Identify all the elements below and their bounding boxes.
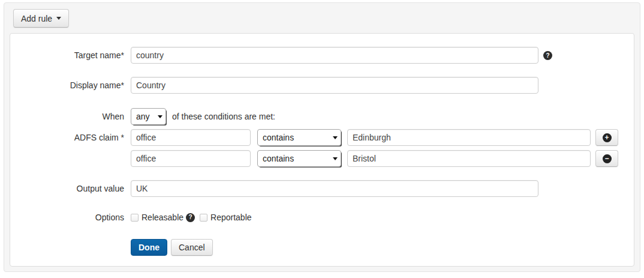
- help-icon[interactable]: ?: [543, 51, 552, 60]
- rule-editor-panel: Target name* ? Display name* When any of…: [10, 33, 634, 267]
- operator-select[interactable]: contains: [257, 129, 341, 146]
- when-label: When: [10, 108, 124, 125]
- cancel-button[interactable]: Cancel: [171, 239, 213, 256]
- operator-select-value: contains: [263, 133, 294, 142]
- when-select[interactable]: any: [131, 108, 166, 125]
- add-condition-button[interactable]: +: [595, 129, 618, 146]
- rules-well: Add rule Target name* ? Display name* Wh…: [4, 2, 640, 272]
- releasable-label: Releasable: [142, 211, 183, 223]
- done-button[interactable]: Done: [131, 239, 167, 256]
- releasable-checkbox[interactable]: [131, 214, 139, 222]
- target-name-label: Target name*: [10, 47, 124, 64]
- claim-name-input[interactable]: [131, 129, 251, 146]
- output-value-input[interactable]: [131, 180, 538, 197]
- releasable-option: Releasable ?: [131, 211, 195, 223]
- target-name-row: Target name* ?: [10, 47, 634, 64]
- when-select-value: any: [136, 112, 150, 121]
- add-rule-label: Add rule: [21, 14, 52, 23]
- plus-circle-icon: +: [603, 133, 612, 142]
- operator-select-value: contains: [263, 154, 294, 163]
- select-caret-icon: [158, 115, 162, 118]
- options-row: Options Releasable ? Reportable: [10, 211, 634, 223]
- adfs-claim-row: contains −: [10, 150, 634, 167]
- options-label: Options: [10, 211, 124, 223]
- output-value-row: Output value: [10, 180, 634, 197]
- select-caret-icon: [333, 157, 338, 160]
- minus-circle-icon: −: [603, 154, 612, 163]
- help-icon[interactable]: ?: [186, 213, 195, 222]
- caret-down-icon: [56, 17, 61, 20]
- remove-condition-button[interactable]: −: [595, 150, 618, 167]
- reportable-checkbox[interactable]: [200, 214, 207, 222]
- reportable-label: Reportable: [210, 211, 252, 223]
- when-suffix-text: of these conditions are met:: [172, 108, 275, 125]
- when-row: When any of these conditions are met:: [10, 108, 634, 125]
- adfs-claim-row: ADFS claim * contains +: [10, 129, 634, 146]
- reportable-option: Reportable: [200, 211, 252, 223]
- add-rule-button[interactable]: Add rule: [13, 9, 69, 28]
- claim-value-input[interactable]: [347, 150, 591, 167]
- claim-value-input[interactable]: [347, 129, 591, 146]
- claim-name-input[interactable]: [131, 150, 251, 167]
- target-name-input[interactable]: [131, 47, 538, 64]
- adfs-claim-label: ADFS claim *: [10, 129, 124, 146]
- display-name-row: Display name*: [10, 77, 634, 94]
- operator-select[interactable]: contains: [257, 150, 341, 167]
- display-name-label: Display name*: [10, 77, 124, 94]
- output-value-label: Output value: [10, 180, 124, 197]
- select-caret-icon: [333, 136, 338, 139]
- actions-row: Done Cancel: [10, 239, 634, 256]
- display-name-input[interactable]: [131, 77, 538, 94]
